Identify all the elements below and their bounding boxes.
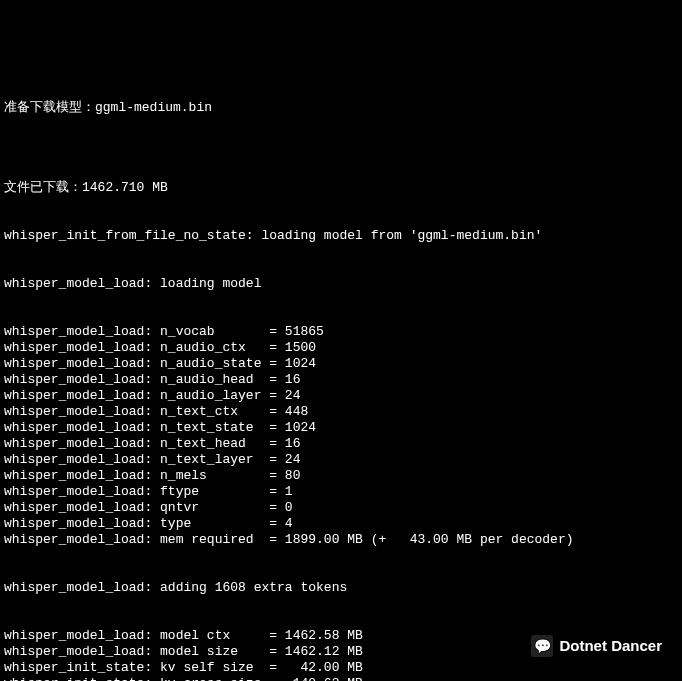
param-line: whisper_model_load: n_text_head = 16 <box>4 436 678 452</box>
model-params: whisper_model_load: n_vocab = 51865whisp… <box>4 324 678 548</box>
loading-line: whisper_model_load: loading model <box>4 276 678 292</box>
param-line: whisper_model_load: n_audio_ctx = 1500 <box>4 340 678 356</box>
param-line: whisper_model_load: n_audio_layer = 24 <box>4 388 678 404</box>
param-line: whisper_model_load: n_text_layer = 24 <box>4 452 678 468</box>
param-line: whisper_model_load: n_text_ctx = 448 <box>4 404 678 420</box>
param-line: whisper_model_load: n_mels = 80 <box>4 468 678 484</box>
param-line: whisper_model_load: n_audio_state = 1024 <box>4 356 678 372</box>
wechat-icon: 💬 <box>531 635 553 657</box>
param-line: whisper_init_state: kv cross size = 140.… <box>4 676 678 681</box>
watermark-text: Dotnet Dancer <box>559 638 662 654</box>
extra-tokens-line: whisper_model_load: adding 1608 extra to… <box>4 580 678 596</box>
param-line: whisper_model_load: mem required = 1899.… <box>4 532 678 548</box>
watermark: 💬 Dotnet Dancer <box>531 635 662 657</box>
param-line: whisper_model_load: n_audio_head = 16 <box>4 372 678 388</box>
param-line: whisper_model_load: n_text_state = 1024 <box>4 420 678 436</box>
param-line: whisper_model_load: n_vocab = 51865 <box>4 324 678 340</box>
param-line: whisper_model_load: ftype = 1 <box>4 484 678 500</box>
file-downloaded-line: 文件已下载：1462.710 MB <box>4 180 678 196</box>
param-line: whisper_init_state: kv self size = 42.00… <box>4 660 678 676</box>
param-line: whisper_model_load: qntvr = 0 <box>4 500 678 516</box>
init-line: whisper_init_from_file_no_state: loading… <box>4 228 678 244</box>
param-line: whisper_model_load: type = 4 <box>4 516 678 532</box>
terminal-output: 准备下载模型：ggml-medium.bin 文件已下载：1462.710 MB… <box>4 68 678 681</box>
download-prep-line: 准备下载模型：ggml-medium.bin <box>4 100 678 116</box>
